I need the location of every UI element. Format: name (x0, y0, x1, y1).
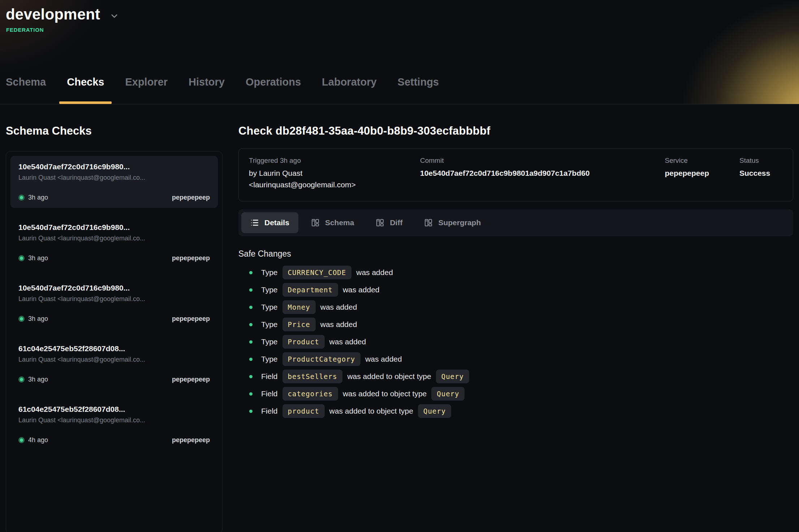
status-dot-icon (18, 255, 25, 261)
change-suffix: was added to object type (343, 389, 427, 398)
check-item-title: 10e540d7aef72c0d716c9b980... (18, 162, 210, 171)
check-item-title: 10e540d7aef72c0d716c9b980... (18, 223, 210, 232)
change-suffix: was added (343, 285, 380, 294)
change-item: Field bestSellers was added to object ty… (238, 368, 793, 385)
tab-schema[interactable]: Schema (6, 76, 46, 104)
check-item-service: pepepepeep (172, 376, 210, 383)
project-type-badge: FEDERATION (6, 27, 799, 33)
change-suffix: was added to object type (329, 407, 413, 415)
change-prefix: Type (261, 320, 278, 329)
check-item-time: 3h ago (28, 315, 48, 323)
change-code: Department (282, 283, 338, 297)
bullet-icon (249, 392, 252, 396)
service-value: pepepepeep (665, 167, 709, 179)
check-item-author: Laurin Quast <laurinquast@googlemail.co.… (18, 417, 210, 424)
check-list-item[interactable]: 10e540d7aef72c0d716c9b980... Laurin Quas… (10, 156, 218, 208)
bullet-icon (249, 375, 252, 378)
triggered-by: by Laurin Quast (249, 167, 404, 179)
change-code: Price (282, 318, 316, 331)
tab-schema-view[interactable]: Schema (302, 212, 363, 233)
change-code: Product (282, 335, 325, 349)
change-code: Money (282, 300, 316, 314)
change-suffix: was added (320, 303, 357, 311)
check-item-time: 3h ago (28, 194, 48, 201)
check-detail-panel: Check db28f481-35aa-40b0-b8b9-303ecfabbb… (238, 104, 793, 532)
check-item-title: 61c04e25475eb52f28607d08... (18, 344, 210, 353)
service-label: Service (665, 157, 709, 165)
view-tab-label: Supergraph (438, 218, 481, 227)
check-list-item[interactable]: 10e540d7aef72c0d716c9b980... Laurin Quas… (10, 277, 218, 329)
change-prefix: Type (261, 303, 278, 311)
columns-icon (424, 218, 433, 227)
columns-icon (311, 218, 320, 227)
page-content: Schema Checks 10e540d7aef72c0d716c9b980.… (0, 104, 799, 532)
check-list-item[interactable]: 10e540d7aef72c0d716c9b980... Laurin Quas… (10, 217, 218, 269)
chevron-down-icon[interactable] (109, 11, 119, 21)
change-code: Query (431, 387, 465, 401)
bullet-icon (249, 323, 252, 326)
change-suffix: was added to object type (347, 372, 431, 381)
tab-laboratory[interactable]: Laboratory (322, 76, 376, 104)
view-tab-label: Details (264, 218, 289, 227)
check-item-time: 3h ago (28, 254, 48, 262)
change-prefix: Type (261, 285, 278, 294)
check-item-service: pepepepeep (172, 194, 210, 201)
tab-explorer[interactable]: Explorer (125, 76, 168, 104)
change-code: Query (436, 370, 469, 383)
check-item-time: 4h ago (28, 436, 48, 444)
change-prefix: Type (261, 268, 278, 277)
change-code: product (282, 404, 325, 418)
columns-icon (376, 218, 384, 227)
change-item: Type Product was added (238, 333, 793, 350)
status-label: Status (739, 157, 783, 165)
tab-diff[interactable]: Diff (367, 212, 411, 233)
tab-checks[interactable]: Checks (67, 76, 104, 104)
check-item-title: 10e540d7aef72c0d716c9b980... (18, 284, 210, 292)
tab-history[interactable]: History (189, 76, 225, 104)
check-title: Check db28f481-35aa-40b0-b8b9-303ecfabbb… (238, 125, 793, 138)
bullet-icon (249, 271, 252, 274)
view-tabs: Details Schema (238, 209, 793, 236)
status-dot-icon (18, 437, 25, 443)
check-item-title: 61c04e25475eb52f28607d08... (18, 405, 210, 414)
change-item: Field categories was added to object typ… (238, 385, 793, 402)
main-nav: Schema Checks Explorer History Operation… (6, 76, 439, 104)
change-code: categories (282, 387, 338, 401)
change-code: ProductCategory (282, 352, 361, 366)
bullet-icon (249, 340, 252, 344)
change-item: Type Department was added (238, 281, 793, 298)
check-list-item[interactable]: 61c04e25475eb52f28607d08... Laurin Quast… (10, 398, 218, 450)
check-list-item[interactable]: 61c04e25475eb52f28607d08... Laurin Quast… (10, 338, 218, 390)
check-item-service: pepepepeep (172, 254, 210, 262)
change-prefix: Field (261, 389, 278, 398)
page-header: development FEDERATION Schema Checks Exp… (0, 0, 799, 104)
tab-details[interactable]: Details (241, 212, 298, 233)
change-prefix: Type (261, 355, 278, 363)
change-item: Field product was added to object type Q… (238, 402, 793, 420)
org-title[interactable]: development (6, 6, 100, 23)
check-item-author: Laurin Quast <laurinquast@googlemail.co.… (18, 174, 210, 182)
check-item-service: pepepepeep (172, 436, 210, 444)
change-item: Type ProductCategory was added (238, 350, 793, 368)
org-selector[interactable]: development (0, 0, 799, 23)
tab-supergraph[interactable]: Supergraph (415, 212, 490, 233)
status-dot-icon (18, 195, 25, 201)
change-code: bestSellers (282, 370, 343, 383)
check-meta-box: Triggered 3h ago by Laurin Quast <laurin… (238, 148, 793, 201)
commit-label: Commit (420, 157, 649, 165)
bullet-icon (249, 358, 252, 361)
change-prefix: Type (261, 337, 278, 346)
check-item-time: 3h ago (28, 376, 48, 383)
check-item-author: Laurin Quast <laurinquast@googlemail.co.… (18, 356, 210, 363)
checks-sidebar: Schema Checks 10e540d7aef72c0d716c9b980.… (6, 104, 223, 532)
checks-list: 10e540d7aef72c0d716c9b980... Laurin Quas… (6, 151, 223, 532)
change-suffix: was added (320, 320, 357, 329)
tab-operations[interactable]: Operations (246, 76, 301, 104)
section-title: Safe Changes (238, 249, 793, 259)
tab-settings[interactable]: Settings (398, 76, 439, 104)
change-prefix: Field (261, 372, 278, 381)
list-icon (250, 218, 259, 227)
triggered-email: <laurinquast@googlemail.com> (249, 179, 404, 191)
status-dot-icon (18, 376, 25, 383)
change-code: Query (418, 404, 451, 418)
